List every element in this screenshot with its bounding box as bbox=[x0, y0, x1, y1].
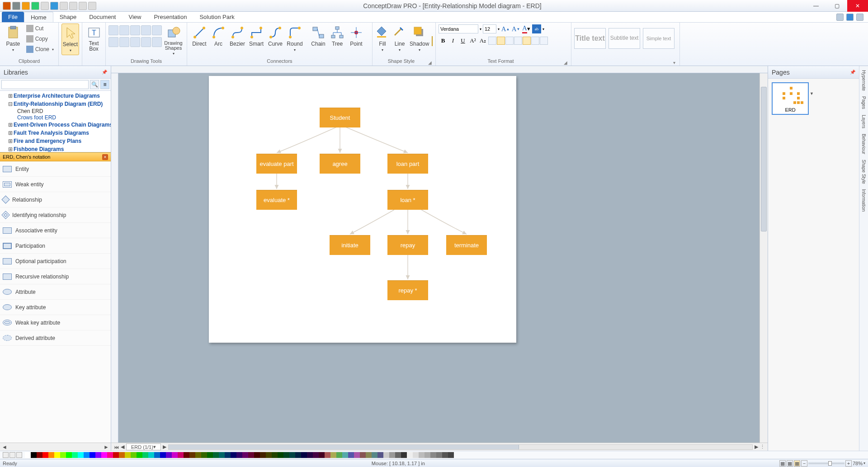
color-swatch[interactable] bbox=[42, 452, 48, 458]
clone-button[interactable]: Clone▾ bbox=[24, 44, 56, 54]
qat-btn-5[interactable] bbox=[41, 2, 49, 10]
swatch-button[interactable] bbox=[9, 452, 15, 458]
select-button[interactable]: Select ▾ bbox=[61, 24, 79, 55]
tab-solution-park[interactable]: Solution Park bbox=[193, 12, 241, 22]
window-icon[interactable] bbox=[836, 14, 844, 21]
close-button[interactable]: ✕ bbox=[847, 0, 868, 12]
view-mode-button[interactable]: ≡ bbox=[100, 80, 109, 89]
file-tab[interactable]: File bbox=[2, 12, 24, 22]
text-styles-more[interactable]: ▾ bbox=[671, 60, 677, 66]
color-swatch[interactable] bbox=[360, 452, 366, 458]
color-swatch[interactable] bbox=[201, 452, 207, 458]
color-swatch[interactable] bbox=[348, 452, 354, 458]
align-left-button[interactable] bbox=[488, 37, 496, 45]
scroll-options-button[interactable]: ⋮ bbox=[760, 444, 765, 450]
color-swatch[interactable] bbox=[148, 452, 154, 458]
valign-top-button[interactable] bbox=[514, 37, 522, 45]
color-swatch[interactable] bbox=[389, 452, 395, 458]
font-color-button[interactable]: A▾ bbox=[522, 24, 531, 33]
tree-item[interactable]: ⊞Event-Driven Process Chain Diagrams bbox=[2, 121, 109, 129]
color-swatch[interactable] bbox=[54, 452, 60, 458]
color-swatch[interactable] bbox=[78, 452, 84, 458]
color-swatch[interactable] bbox=[260, 452, 266, 458]
color-swatch[interactable] bbox=[401, 452, 407, 458]
fill-button[interactable]: Fill▾ bbox=[375, 24, 390, 55]
color-swatch[interactable] bbox=[154, 452, 160, 458]
collapse-ribbon-icon[interactable] bbox=[856, 14, 863, 21]
diagram-node[interactable]: evaluate part bbox=[256, 154, 297, 174]
vertical-scrollbar[interactable] bbox=[760, 73, 768, 443]
horizontal-scrollbar[interactable] bbox=[168, 444, 753, 450]
tool-10[interactable] bbox=[152, 37, 162, 47]
close-library-button[interactable]: × bbox=[102, 154, 108, 160]
tab-information[interactable]: Information bbox=[860, 187, 867, 214]
qat-btn-3[interactable] bbox=[22, 2, 30, 10]
diagram-node[interactable]: repay * bbox=[387, 280, 428, 300]
color-swatch[interactable] bbox=[283, 452, 289, 458]
size-select[interactable] bbox=[483, 24, 496, 33]
color-swatch[interactable] bbox=[377, 452, 383, 458]
color-swatch[interactable] bbox=[289, 452, 295, 458]
qat-btn-7[interactable] bbox=[60, 2, 68, 10]
view-btn-3[interactable]: ▦ bbox=[794, 460, 800, 467]
tree-sub-item[interactable]: Chen ERD bbox=[2, 108, 109, 114]
tab-presentation[interactable]: Presentation bbox=[147, 12, 193, 22]
tool-polyline[interactable] bbox=[152, 25, 162, 35]
style-title-text[interactable]: Title text bbox=[574, 28, 606, 49]
undo-icon[interactable] bbox=[69, 2, 77, 10]
color-swatch[interactable] bbox=[448, 452, 454, 458]
color-swatch[interactable] bbox=[407, 452, 413, 458]
italic-button[interactable]: I bbox=[448, 36, 458, 45]
valign-middle-button[interactable] bbox=[523, 37, 531, 45]
color-swatch[interactable] bbox=[207, 452, 213, 458]
paste-button[interactable]: Paste ▾ bbox=[3, 24, 24, 55]
tool-7[interactable] bbox=[119, 37, 129, 47]
color-swatch[interactable] bbox=[48, 452, 54, 458]
page-thumbnail[interactable]: ERD bbox=[772, 82, 809, 115]
tree-item[interactable]: ⊟Entity-Relationship Diagram (ERD) bbox=[2, 100, 109, 108]
superscript-button[interactable]: A² bbox=[468, 36, 477, 45]
color-swatch[interactable] bbox=[119, 452, 125, 458]
page-menu-button[interactable]: ▼ bbox=[810, 91, 814, 96]
view-btn-2[interactable]: ▦ bbox=[787, 460, 793, 467]
shrink-font-button[interactable]: A▼ bbox=[511, 24, 520, 33]
minimize-button[interactable]: ― bbox=[806, 0, 826, 12]
shape-row[interactable]: Participation bbox=[0, 238, 111, 254]
color-swatch[interactable] bbox=[137, 452, 142, 458]
justify-button[interactable] bbox=[540, 37, 548, 45]
pin-icon[interactable]: 📌 bbox=[850, 70, 855, 75]
tool-8[interactable] bbox=[130, 37, 140, 47]
style-simple-text[interactable]: Simple text bbox=[643, 28, 675, 49]
drawing-shapes-button[interactable]: Drawing Shapes ▾ bbox=[163, 24, 184, 55]
align-center-button[interactable] bbox=[497, 37, 505, 45]
diagram-node[interactable]: initiate bbox=[330, 235, 370, 255]
shape-row[interactable]: Recursive relationship bbox=[0, 269, 111, 284]
color-swatch[interactable] bbox=[25, 452, 31, 458]
color-swatch[interactable] bbox=[319, 452, 325, 458]
color-swatch[interactable] bbox=[160, 452, 166, 458]
tree-item[interactable]: ⊞Fire and Emergency Plans bbox=[2, 137, 109, 145]
color-swatch[interactable] bbox=[95, 452, 101, 458]
tab-hypernote[interactable]: Hypernote bbox=[860, 68, 867, 93]
cut-button[interactable]: Cut bbox=[24, 24, 56, 33]
help-icon[interactable] bbox=[846, 14, 854, 21]
color-swatch[interactable] bbox=[301, 452, 307, 458]
diagram-node[interactable]: Student bbox=[320, 108, 360, 127]
color-swatch[interactable] bbox=[90, 452, 95, 458]
qat-btn-2[interactable] bbox=[12, 2, 20, 10]
color-swatch[interactable] bbox=[278, 452, 283, 458]
shape-row[interactable]: Derived attribute bbox=[0, 330, 111, 346]
subscript-button[interactable]: A₂ bbox=[478, 36, 487, 45]
color-swatch[interactable] bbox=[225, 452, 231, 458]
shadow-button[interactable]: Shadow▾ bbox=[410, 24, 429, 55]
shape-row[interactable]: Weak key attribute bbox=[0, 315, 111, 330]
color-swatch[interactable] bbox=[425, 452, 430, 458]
bold-button[interactable]: B bbox=[439, 36, 448, 45]
color-swatch[interactable] bbox=[372, 452, 377, 458]
color-swatch[interactable] bbox=[254, 452, 260, 458]
shape-row[interactable]: Optional participation bbox=[0, 254, 111, 269]
first-page-button[interactable]: ⏮ bbox=[114, 444, 119, 450]
color-swatch[interactable] bbox=[430, 452, 436, 458]
color-swatch[interactable] bbox=[266, 452, 272, 458]
color-swatch[interactable] bbox=[295, 452, 301, 458]
